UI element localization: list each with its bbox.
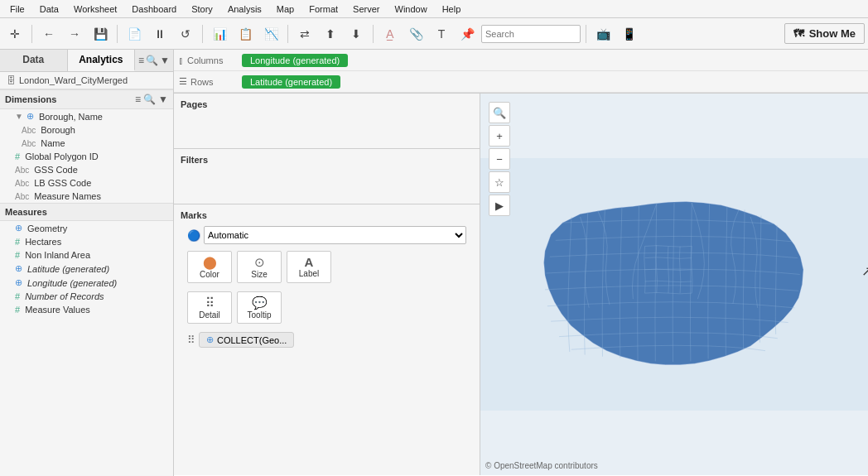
field-label-borough-name: Borough, Name [39,112,103,122]
marks-type-row: 🔵 Automatic Bar Line Area Circle Shape T… [181,223,473,248]
menu-story[interactable]: Story [185,2,219,16]
field-longitude-gen[interactable]: ⊕ Longitude (generated) [0,276,173,290]
menu-map[interactable]: Map [270,2,301,16]
dimensions-list-icon[interactable]: ≡ [135,94,141,105]
menu-server[interactable]: Server [346,2,386,16]
show-me-button[interactable]: 🗺 Show Me [784,23,865,44]
marks-collect-pill[interactable]: ⊕ COLLECT(Geo... [199,332,294,348]
marks-extra-buttons: ⠿ Detail 💬 Tooltip [181,288,473,329]
marks-label-btn[interactable]: A Label [287,251,331,283]
field-label-mv: Measure Values [25,305,90,315]
tab-analytics[interactable]: Analytics [68,50,136,71]
columns-shelf: ⫿ Columns Longitude (generated) [174,50,868,71]
rows-pill[interactable]: Latitude (generated) [242,75,340,89]
abc-icon-gss: Abc [15,166,29,175]
panel-menu-icon[interactable]: ▼ [160,55,170,66]
map-zoom-out-btn[interactable]: − [489,148,510,170]
map-search-btn[interactable]: 🔍 [489,102,510,123]
toolbar-new-ds[interactable]: 📄 [123,22,146,46]
abc-icon-name: Abc [22,139,36,148]
toolbar-sort-desc[interactable]: ⬇ [345,22,368,46]
columns-pill[interactable]: Longitude (generated) [242,54,348,67]
marks-panel: Marks 🔵 Automatic Bar Line Area Circle S… [174,204,480,475]
dimensions-search-icon[interactable]: 🔍 [143,94,156,105]
tooltip-icon: 💬 [252,296,268,310]
field-hectares[interactable]: # Hectares [0,235,173,248]
menu-format[interactable]: Format [302,2,345,16]
panel-tabs: Data Analytics ≡ 🔍 ▼ [0,50,173,72]
field-borough-name[interactable]: ▼ ⊕ Borough, Name [0,109,173,123]
data-source-row[interactable]: 🗄 London_Ward_CityMerged [0,72,173,89]
toolbar-chart1[interactable]: 📊 [208,22,231,46]
toolbar-search[interactable] [481,25,581,43]
marks-detail-btn[interactable]: ⠿ Detail [187,291,232,324]
hash-icon-nor: # [15,291,20,301]
toolbar-swap[interactable]: ⇄ [293,22,316,46]
menu-worksheet[interactable]: Worksheet [67,2,123,16]
toolbar-crosshair[interactable]: ✛ [3,22,27,46]
menu-help[interactable]: Help [436,2,468,16]
map-arrow-btn[interactable]: ▶ [489,195,510,216]
field-borough[interactable]: Abc Borough [0,123,173,137]
toolbar-back[interactable]: ← [37,22,60,46]
field-label-lat: Latitude (generated) [27,264,109,274]
left-panel: Data Analytics ≡ 🔍 ▼ 🗄 London_Ward_CityM… [0,50,174,476]
dimensions-menu-icon[interactable]: ▼ [158,94,168,105]
measures-label: Measures [5,207,47,217]
field-number-records[interactable]: # Number of Records [0,290,173,303]
field-label-lon: Longitude (generated) [27,278,117,288]
marks-color-btn[interactable]: ⬤ Color [187,251,232,283]
toolbar-pin[interactable]: 📌 [456,22,479,46]
color-label: Color [200,270,219,279]
toolbar-tooltip[interactable]: T [430,22,453,46]
marks-type-select[interactable]: Automatic Bar Line Area Circle Shape Tex… [204,226,466,244]
toolbar-chart2[interactable]: 📋 [234,22,257,46]
field-measure-values[interactable]: # Measure Values [0,303,173,316]
toolbar-sep-2 [117,25,118,43]
dimensions-list: ▼ ⊕ Borough, Name Abc Borough Abc Name #… [0,109,173,203]
field-global-polygon-id[interactable]: # Global Polygon ID [0,150,173,163]
toolbar-chart3[interactable]: 📉 [259,22,282,46]
field-geometry[interactable]: ⊕ Geometry [0,221,173,235]
geo-icon-lon: ⊕ [15,277,22,288]
map-zoom-in-btn[interactable]: + [489,125,510,147]
data-source-icon: 🗄 [7,75,16,85]
field-gss-code[interactable]: Abc GSS Code [0,163,173,176]
field-name[interactable]: Abc Name [0,137,173,150]
tab-data[interactable]: Data [0,50,68,71]
toolbar-device[interactable]: 📱 [617,22,640,46]
toolbar-annotation[interactable]: 📎 [404,22,427,46]
toolbar-pause[interactable]: ⏸ [148,22,171,46]
toolbar-forward[interactable]: → [63,22,86,46]
panel-search-icon[interactable]: 🔍 [146,55,158,66]
toolbar-present[interactable]: 📺 [591,22,615,46]
toolbar-highlight[interactable]: A̲ [379,22,402,46]
toolbar-save[interactable]: 💾 [89,22,112,46]
menu-file[interactable]: File [3,2,31,16]
marks-size-btn[interactable]: ⊙ Size [237,251,282,283]
map-bookmark-btn[interactable]: ☆ [489,171,510,193]
size-label: Size [251,270,267,279]
map-area: 🔍 + − ☆ ▶ [480,94,868,475]
panel-list-icon[interactable]: ≡ [138,55,144,66]
field-non-inland-area[interactable]: # Non Inland Area [0,248,173,262]
marks-tooltip-btn[interactable]: 💬 Tooltip [237,291,282,324]
menu-dashboard[interactable]: Dashboard [125,2,183,16]
field-label-gpid: Global Polygon ID [25,151,99,161]
columns-icon: ⫿ [179,55,184,65]
rows-shelf: ☰ Rows Latitude (generated) [174,71,868,93]
field-measure-names[interactable]: Abc Measure Names [0,190,173,203]
menu-window[interactable]: Window [388,2,434,16]
rows-text: Rows [190,77,214,87]
menu-analysis[interactable]: Analysis [221,2,268,16]
rows-icon: ☰ [179,76,187,87]
collect-label: COLLECT(Geo... [217,335,287,345]
toolbar-sort-asc[interactable]: ⬆ [319,22,342,46]
field-lb-gss-code[interactable]: Abc LB GSS Code [0,176,173,190]
marks-title: Marks [181,208,473,223]
menu-data[interactable]: Data [33,2,65,16]
field-latitude-gen[interactable]: ⊕ Latitude (generated) [0,262,173,276]
menu-bar: File Data Worksheet Dashboard Story Anal… [0,0,868,18]
toolbar: ✛ ← → 💾 📄 ⏸ ↺ 📊 📋 📉 ⇄ ⬆ ⬇ A̲ 📎 T 📌 📺 📱 🗺… [0,18,868,50]
toolbar-refresh[interactable]: ↺ [174,22,197,46]
